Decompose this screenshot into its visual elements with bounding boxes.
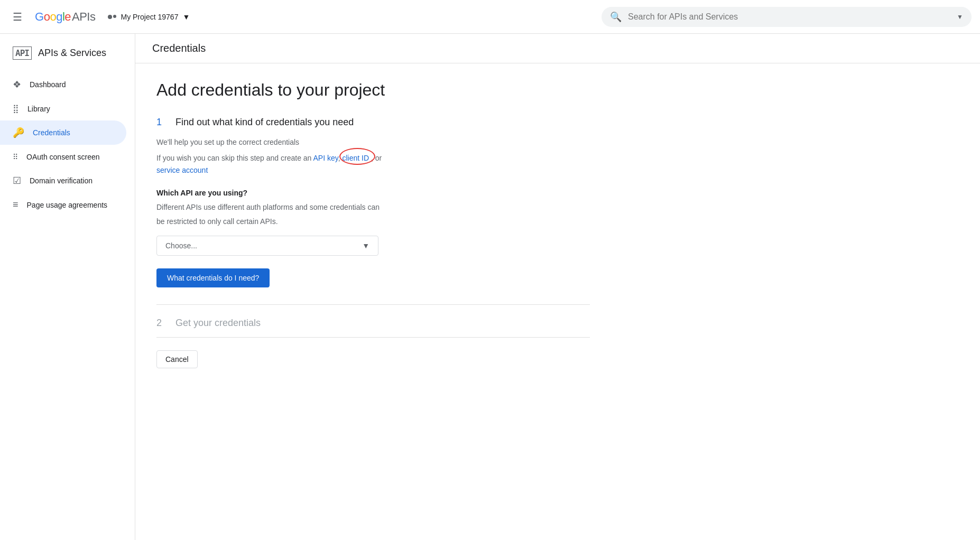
credentials-icon: 🔑 bbox=[13, 127, 24, 138]
google-logo: G o o g l e APIs bbox=[35, 10, 95, 24]
oauth-icon bbox=[13, 151, 18, 162]
logo-o1: o bbox=[44, 10, 50, 24]
step2-header: 2 Get your credentials bbox=[156, 318, 590, 329]
sidebar-item-dashboard[interactable]: Dashboard bbox=[0, 72, 126, 97]
sidebar-item-label-page-usage: Page usage agreements bbox=[27, 201, 108, 209]
project-dropdown-icon: ▼ bbox=[182, 13, 190, 21]
content-area: Add credentials to your project 1 Find o… bbox=[135, 63, 611, 385]
hamburger-icon[interactable]: ☰ bbox=[8, 6, 26, 27]
cancel-button[interactable]: Cancel bbox=[156, 350, 198, 368]
separator2: , or bbox=[371, 154, 382, 162]
what-credentials-button[interactable]: What credentials do I need? bbox=[156, 268, 270, 287]
search-bar[interactable]: 🔍 ▼ bbox=[602, 7, 972, 27]
search-input[interactable] bbox=[628, 12, 950, 22]
page-header-title: Credentials bbox=[152, 42, 206, 54]
step2-title: Get your credentials bbox=[175, 318, 261, 329]
sidebar: API APIs & Services Dashboard Library 🔑 … bbox=[0, 34, 135, 540]
logo-g: G bbox=[35, 10, 44, 24]
domain-icon bbox=[13, 175, 21, 187]
page-title: Add credentials to your project bbox=[156, 80, 590, 100]
sidebar-item-page-usage[interactable]: Page usage agreements bbox=[0, 193, 126, 217]
project-selector[interactable]: My Project 19767 ▼ bbox=[108, 13, 190, 21]
step1-title: Find out what kind of credentials you ne… bbox=[175, 117, 354, 128]
sidebar-item-label-credentials: Credentials bbox=[33, 128, 70, 137]
step1-description2: If you wish you can skip this step and c… bbox=[156, 152, 590, 176]
step1-header: 1 Find out what kind of credentials you … bbox=[156, 117, 590, 128]
client-id-link[interactable]: client ID bbox=[343, 154, 369, 162]
sidebar-item-label-dashboard: Dashboard bbox=[30, 80, 66, 89]
sidebar-item-library[interactable]: Library bbox=[0, 97, 126, 120]
api-key-link[interactable]: API key bbox=[313, 154, 338, 162]
comma-separator: , bbox=[338, 154, 340, 162]
logo-e: e bbox=[64, 10, 71, 24]
step1-description1: We'll help you set up the correct creden… bbox=[156, 136, 590, 148]
step1-desc-text1: We'll help you set up the correct creden… bbox=[156, 138, 299, 146]
main-layout: API APIs & Services Dashboard Library 🔑 … bbox=[0, 34, 980, 540]
api-dropdown[interactable]: Choose... ▼ bbox=[156, 236, 378, 256]
project-dots-icon bbox=[108, 15, 116, 19]
api-dropdown-placeholder: Choose... bbox=[165, 241, 197, 250]
step2-section: 2 Get your credentials bbox=[156, 305, 590, 338]
page-usage-icon bbox=[13, 199, 19, 210]
sidebar-title: APIs & Services bbox=[38, 48, 106, 59]
dashboard-icon bbox=[13, 79, 21, 90]
step1-number: 1 bbox=[156, 117, 167, 128]
logo-o2: o bbox=[50, 10, 56, 24]
main-content: Credentials Add credentials to your proj… bbox=[135, 34, 980, 540]
search-icon: 🔍 bbox=[610, 11, 622, 23]
step1-section: 1 Find out what kind of credentials you … bbox=[156, 117, 590, 305]
sidebar-item-oauth[interactable]: OAuth consent screen bbox=[0, 145, 126, 169]
page-header: Credentials bbox=[135, 34, 980, 63]
sidebar-item-label-oauth: OAuth consent screen bbox=[26, 153, 100, 161]
api-question-label: Which API are you using? bbox=[156, 189, 590, 197]
logo-g2: g bbox=[56, 10, 62, 24]
sidebar-item-domain[interactable]: Domain verification bbox=[0, 169, 126, 193]
api-dropdown-chevron-icon: ▼ bbox=[362, 241, 369, 250]
search-dropdown-icon: ▼ bbox=[957, 13, 963, 21]
sidebar-header: API APIs & Services bbox=[0, 42, 135, 72]
top-nav: ☰ G o o g l e APIs My Project 19767 ▼ 🔍 … bbox=[0, 0, 980, 34]
step2-number: 2 bbox=[156, 318, 167, 329]
step1-desc-text2: If you wish you can skip this step and c… bbox=[156, 154, 313, 162]
library-icon bbox=[13, 103, 19, 114]
api-question-desc2: be restricted to only call certain APIs. bbox=[156, 216, 590, 227]
sidebar-item-label-domain: Domain verification bbox=[30, 176, 93, 185]
api-question-desc1: Different APIs use different auth platfo… bbox=[156, 201, 590, 213]
project-name: My Project 19767 bbox=[121, 13, 178, 21]
client-id-link-wrapper: client ID bbox=[343, 152, 369, 164]
api-icon: API bbox=[13, 46, 32, 60]
api-question-block: Which API are you using? Different APIs … bbox=[156, 189, 590, 287]
service-account-link[interactable]: service account bbox=[156, 166, 208, 174]
sidebar-item-label-library: Library bbox=[27, 105, 50, 113]
logo-apis: APIs bbox=[72, 10, 95, 24]
sidebar-item-credentials[interactable]: 🔑 Credentials bbox=[0, 120, 126, 145]
